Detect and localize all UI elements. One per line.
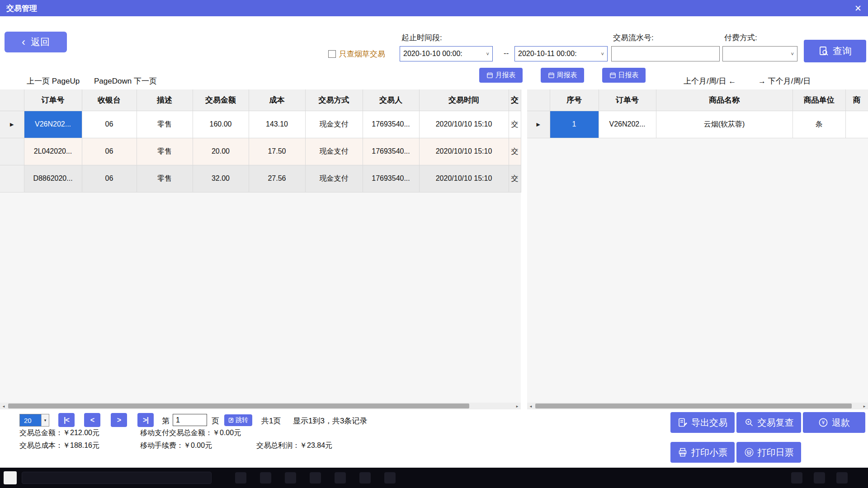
table-cell[interactable]: 零售 — [137, 138, 193, 165]
taskbar-icon[interactable] — [235, 472, 246, 483]
table-cell[interactable]: 06 — [82, 138, 137, 165]
column-header[interactable]: 序号 — [550, 89, 599, 111]
column-header[interactable]: 商 — [845, 89, 868, 111]
table-cell[interactable]: 06 — [82, 111, 137, 138]
table-cell[interactable]: 143.10 — [249, 111, 305, 138]
table-cell[interactable]: 17693540... — [363, 111, 419, 138]
table-cell[interactable]: 32.00 — [193, 165, 249, 192]
prev-page-hint[interactable]: 上一页 PageUp — [27, 76, 80, 86]
column-header[interactable]: 交易方式 — [305, 89, 363, 111]
table-cell[interactable]: 现金支付 — [305, 165, 363, 192]
page-number-input[interactable] — [173, 414, 207, 426]
close-icon[interactable]: ✕ — [854, 4, 862, 13]
serial-number-input[interactable] — [611, 46, 720, 61]
table-cell[interactable]: 160.00 — [193, 111, 249, 138]
weekly-report-button[interactable]: 周报表 — [541, 68, 584, 83]
table-cell[interactable]: D8862020... — [24, 165, 82, 192]
column-header[interactable]: 收银台 — [82, 89, 137, 111]
column-header[interactable]: 商品名称 — [656, 89, 793, 111]
taskbar-icon[interactable] — [359, 472, 371, 483]
print-daily-ticket-button[interactable]: 打印日票 — [736, 442, 801, 463]
back-button[interactable]: ‹ 返回 — [5, 32, 67, 52]
print-receipt-button[interactable]: 打印小票 — [670, 442, 735, 463]
taskbar-icon[interactable] — [260, 472, 271, 483]
taskbar-icon[interactable] — [335, 472, 346, 483]
table-cell[interactable]: 2020/10/10 15:10 — [419, 138, 509, 165]
table-cell[interactable]: 20.00 — [193, 138, 249, 165]
column-header[interactable]: 交易人 — [363, 89, 419, 111]
table-cell[interactable]: 06 — [82, 165, 137, 192]
taskbar-icon[interactable] — [384, 472, 396, 483]
tobacco-only-checkbox[interactable]: 只查烟草交易 — [328, 49, 385, 59]
taskbar-search-box[interactable] — [22, 472, 212, 484]
start-icon[interactable] — [4, 471, 17, 484]
table-cell[interactable]: 2020/10/10 15:10 — [419, 111, 509, 138]
review-transactions-button[interactable]: 交易复查 — [736, 412, 801, 433]
last-page-button[interactable]: >| — [137, 413, 154, 427]
export-transactions-button[interactable]: 导出交易 — [670, 412, 735, 433]
checkbox-icon[interactable] — [328, 50, 336, 58]
row-selector[interactable] — [0, 138, 24, 165]
table-cell[interactable]: 17693540... — [363, 138, 419, 165]
scrollbar-thumb[interactable] — [535, 404, 852, 408]
table-cell[interactable] — [845, 111, 868, 138]
taskbar-icon[interactable] — [836, 472, 848, 483]
scroll-right-icon[interactable]: ▸ — [514, 403, 521, 409]
column-header[interactable]: 订单号 — [599, 89, 656, 111]
column-header[interactable]: 描述 — [137, 89, 193, 111]
scrollbar-thumb[interactable] — [8, 404, 469, 408]
table-cell[interactable]: 交 — [509, 165, 521, 192]
scroll-left-icon[interactable]: ◂ — [0, 403, 7, 409]
table-cell[interactable]: 2020/10/10 15:10 — [419, 165, 509, 192]
column-header[interactable]: 商品单位 — [793, 89, 845, 111]
date-from-select[interactable]: 2020-10-10 00:00: ˅ — [400, 46, 493, 61]
column-header[interactable]: 成本 — [249, 89, 305, 111]
table-cell[interactable]: 现金支付 — [305, 111, 363, 138]
column-header[interactable]: 交易金额 — [193, 89, 249, 111]
next-period-link[interactable]: → 下个月/周/日 — [758, 76, 811, 86]
row-selector[interactable]: ▶ — [527, 111, 550, 138]
taskbar-icon[interactable] — [791, 472, 802, 483]
table-cell[interactable]: 1 — [550, 111, 599, 138]
page-size-select[interactable]: 20 ▾ — [19, 414, 49, 427]
next-page-button[interactable]: > — [111, 413, 127, 427]
next-page-hint[interactable]: PageDown 下一页 — [94, 76, 157, 86]
monthly-report-button[interactable]: 月报表 — [479, 68, 523, 83]
column-header[interactable]: 交 — [509, 89, 521, 111]
table-row[interactable]: 2L042020...06零售20.0017.50现金支付17693540...… — [0, 138, 521, 165]
table-cell[interactable]: 27.56 — [249, 165, 305, 192]
table-cell[interactable]: 17.50 — [249, 138, 305, 165]
row-selector[interactable] — [0, 165, 24, 192]
table-cell[interactable]: 现金支付 — [305, 138, 363, 165]
row-selector[interactable]: ▶ — [0, 111, 24, 138]
table-row[interactable]: ▶V26N202...06零售160.00143.10现金支付17693540.… — [0, 111, 521, 138]
table-cell[interactable]: 2L042020... — [24, 138, 82, 165]
prev-page-button[interactable]: < — [84, 413, 100, 427]
jump-button[interactable]: 跳转 — [224, 414, 252, 426]
first-page-button[interactable]: |< — [58, 413, 75, 427]
table-cell[interactable]: 零售 — [137, 165, 193, 192]
daily-report-button[interactable]: 日报表 — [602, 68, 646, 83]
chevron-down-icon[interactable]: ▾ — [41, 414, 49, 426]
table-row[interactable]: D8862020...06零售32.0027.56现金支付17693540...… — [0, 165, 521, 192]
table-cell[interactable]: 17693540... — [363, 165, 419, 192]
items-hscrollbar[interactable]: ◂ ▸ — [527, 403, 868, 409]
pay-method-select[interactable]: ˅ — [722, 46, 797, 61]
taskbar-icon[interactable] — [310, 472, 321, 483]
transactions-hscrollbar[interactable]: ◂ ▸ — [0, 403, 521, 409]
refund-button[interactable]: ¥ 退款 — [803, 412, 865, 433]
taskbar-icon[interactable] — [285, 472, 296, 483]
table-cell[interactable]: V26N202... — [24, 111, 82, 138]
table-cell[interactable]: V26N202... — [599, 111, 656, 138]
query-button[interactable]: 查询 — [804, 40, 866, 62]
table-cell[interactable]: 交 — [509, 111, 521, 138]
scroll-right-icon[interactable]: ▸ — [861, 403, 868, 409]
scroll-left-icon[interactable]: ◂ — [527, 403, 534, 409]
table-cell[interactable]: 零售 — [137, 111, 193, 138]
date-to-select[interactable]: 2020-10-11 00:00: ˅ — [514, 46, 608, 61]
table-row[interactable]: ▶1V26N202...云烟(软苁蓉)条 — [527, 111, 868, 138]
column-header[interactable]: 交易时间 — [419, 89, 509, 111]
table-cell[interactable]: 云烟(软苁蓉) — [656, 111, 793, 138]
column-header[interactable]: 订单号 — [24, 89, 82, 111]
table-cell[interactable]: 交 — [509, 138, 521, 165]
